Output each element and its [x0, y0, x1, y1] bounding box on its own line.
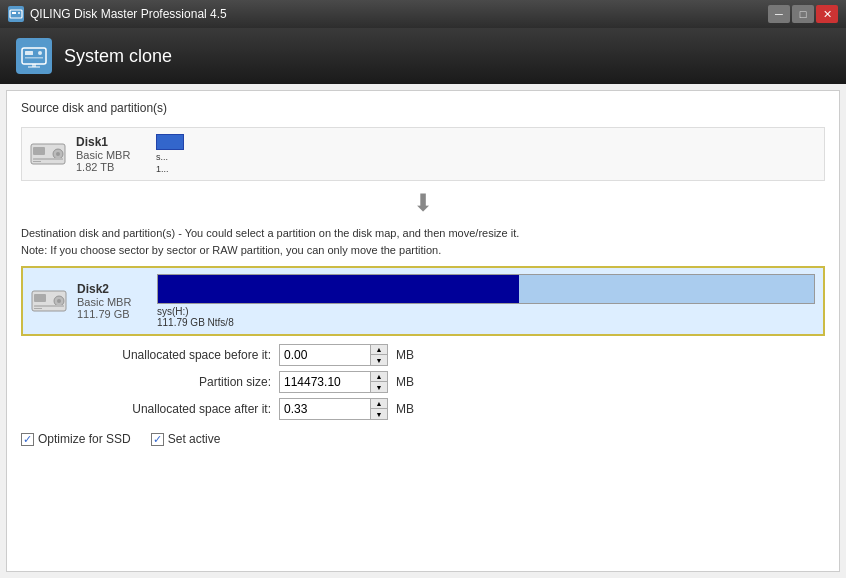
optimize-ssd-checkmark: ✓ — [23, 434, 32, 445]
svg-rect-10 — [33, 147, 45, 155]
set-active-checkbox[interactable]: ✓ — [151, 433, 164, 446]
unallocated-before-spinbox[interactable]: ▲ ▼ — [279, 344, 388, 366]
unallocated-after-down[interactable]: ▼ — [371, 409, 387, 419]
unallocated-before-up[interactable]: ▲ — [371, 345, 387, 355]
header-icon — [16, 38, 52, 74]
svg-rect-1 — [12, 12, 16, 14]
set-active-label[interactable]: Set active — [168, 432, 221, 446]
svg-point-5 — [38, 51, 42, 55]
checkboxes-row: ✓ Optimize for SSD ✓ Set active — [21, 432, 825, 446]
source-partition-bar — [156, 134, 184, 150]
unallocated-before-down[interactable]: ▼ — [371, 355, 387, 365]
svg-rect-19 — [34, 305, 64, 307]
maximize-button[interactable]: □ — [792, 5, 814, 23]
partition-size-up[interactable]: ▲ — [371, 372, 387, 382]
unallocated-after-input[interactable] — [280, 399, 370, 419]
main-content: Source disk and partition(s) Disk1 Basic… — [6, 90, 840, 572]
unallocated-before-unit: MB — [396, 348, 414, 362]
minimize-button[interactable]: ─ — [768, 5, 790, 23]
source-disk-size: 1.82 TB — [76, 161, 146, 173]
dest-disk-info: Disk2 Basic MBR 111.79 GB — [77, 282, 147, 320]
disk-map-labels-col: sys(H:) 111.79 GB Ntfs/8 — [157, 306, 234, 328]
unallocated-after-unit: MB — [396, 402, 414, 416]
svg-point-12 — [56, 152, 60, 156]
optimize-ssd-checkbox[interactable]: ✓ — [21, 433, 34, 446]
partition-size-label: Partition size: — [81, 375, 271, 389]
optimize-ssd-checkbox-item[interactable]: ✓ Optimize for SSD — [21, 432, 131, 446]
dest-disk-type: Basic MBR — [77, 296, 147, 308]
dest-disk-map[interactable]: sys(H:) 111.79 GB Ntfs/8 — [157, 274, 815, 328]
window-controls: ─ □ ✕ — [768, 5, 838, 23]
partition-detail-label: 111.79 GB Ntfs/8 — [157, 317, 234, 328]
svg-rect-8 — [28, 66, 40, 68]
unallocated-after-spinner: ▲ ▼ — [370, 399, 387, 419]
source-disk-type: Basic MBR — [76, 149, 146, 161]
destination-text: Destination disk and partition(s) - You … — [21, 225, 825, 258]
fields-section: Unallocated space before it: ▲ ▼ MB Part… — [21, 344, 825, 420]
destination-disk-box[interactable]: Disk2 Basic MBR 111.79 GB sys(H:) 111.79… — [21, 266, 825, 336]
unallocated-before-spinner: ▲ ▼ — [370, 345, 387, 365]
disk-map-bar[interactable] — [157, 274, 815, 304]
destination-line1: Destination disk and partition(s) - You … — [21, 225, 825, 242]
unallocated-after-up[interactable]: ▲ — [371, 399, 387, 409]
dest-disk-icon — [31, 287, 67, 315]
unallocated-before-input[interactable] — [280, 345, 370, 365]
field-row-unallocated-after: Unallocated space after it: ▲ ▼ MB — [81, 398, 825, 420]
arrow-container: ⬇ — [21, 189, 825, 217]
set-active-checkbox-item[interactable]: ✓ Set active — [151, 432, 221, 446]
window-title: QILING Disk Master Professional 4.5 — [30, 7, 227, 21]
disk-map-used — [158, 275, 519, 303]
svg-rect-20 — [34, 308, 42, 309]
source-disk-name: Disk1 — [76, 135, 146, 149]
dest-disk-size: 111.79 GB — [77, 308, 147, 320]
dest-disk-name: Disk2 — [77, 282, 147, 296]
partition-size-down[interactable]: ▼ — [371, 382, 387, 392]
partition-size-spinner: ▲ ▼ — [370, 372, 387, 392]
svg-rect-16 — [34, 294, 46, 302]
unallocated-after-label: Unallocated space after it: — [81, 402, 271, 416]
disk-map-labels: sys(H:) 111.79 GB Ntfs/8 — [157, 306, 815, 328]
app-icon — [8, 6, 24, 22]
source-disk-info: Disk1 Basic MBR 1.82 TB — [76, 135, 146, 173]
title-bar: QILING Disk Master Professional 4.5 ─ □ … — [0, 0, 846, 28]
partition-size-input[interactable] — [280, 372, 370, 392]
title-bar-left: QILING Disk Master Professional 4.5 — [8, 6, 227, 22]
svg-rect-3 — [22, 48, 46, 64]
source-label: Source disk and partition(s) — [21, 101, 825, 115]
svg-rect-13 — [33, 158, 63, 160]
down-arrow-icon: ⬇ — [413, 191, 433, 215]
svg-rect-14 — [33, 161, 41, 162]
svg-point-18 — [57, 299, 61, 303]
source-disk-icon — [30, 140, 66, 168]
set-active-checkmark: ✓ — [153, 434, 162, 445]
svg-rect-6 — [25, 57, 43, 59]
source-partition-block[interactable]: s... 1... — [156, 134, 184, 174]
unallocated-after-spinbox[interactable]: ▲ ▼ — [279, 398, 388, 420]
svg-point-2 — [18, 12, 20, 14]
source-partition-label1: s... — [156, 152, 184, 162]
disk-map-free — [519, 275, 814, 303]
page-title: System clone — [64, 46, 172, 67]
close-button[interactable]: ✕ — [816, 5, 838, 23]
destination-line2: Note: If you choose sector by sector or … — [21, 242, 825, 259]
field-row-partition-size: Partition size: ▲ ▼ MB — [81, 371, 825, 393]
source-disk-box: Disk1 Basic MBR 1.82 TB s... 1... — [21, 127, 825, 181]
field-row-unallocated-before: Unallocated space before it: ▲ ▼ MB — [81, 344, 825, 366]
app-header: System clone — [0, 28, 846, 84]
svg-rect-4 — [25, 51, 33, 55]
partition-size-unit: MB — [396, 375, 414, 389]
partition-name-label: sys(H:) — [157, 306, 234, 317]
source-partition-label2: 1... — [156, 164, 184, 174]
optimize-ssd-label[interactable]: Optimize for SSD — [38, 432, 131, 446]
partition-size-spinbox[interactable]: ▲ ▼ — [279, 371, 388, 393]
unallocated-before-label: Unallocated space before it: — [81, 348, 271, 362]
